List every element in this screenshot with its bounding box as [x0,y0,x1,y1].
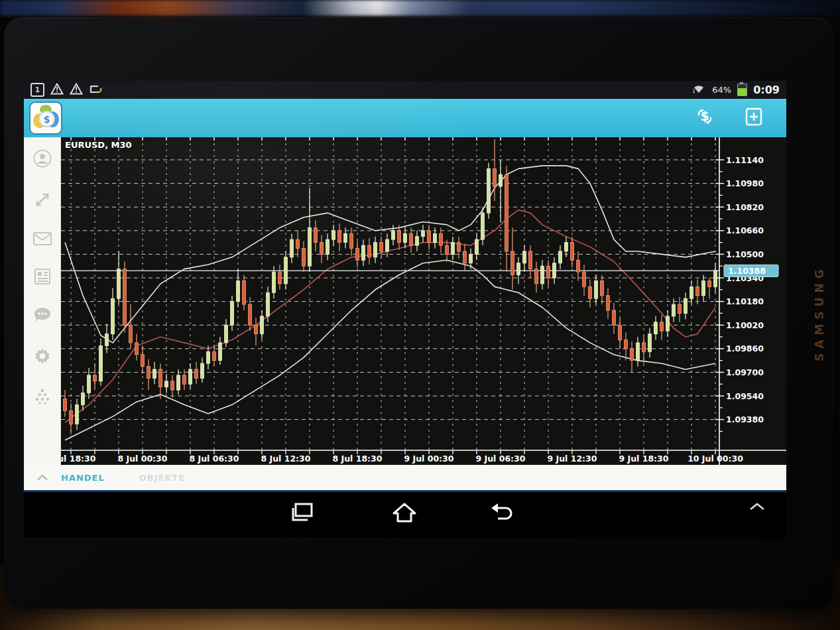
sidebar [24,137,61,465]
candlestick-chart-canvas[interactable]: 1.111401.109801.108201.106601.105001.103… [61,137,786,465]
svg-text:1.10820: 1.10820 [726,202,764,212]
back-button[interactable] [487,501,514,525]
new-order-icon[interactable] [745,107,762,129]
svg-text:8 Jul 06:30: 8 Jul 06:30 [189,454,239,464]
sidebar-item-community[interactable] [32,387,53,408]
tablet-screen: 1 64% 0:09 [24,81,786,537]
price-chart[interactable]: 1.111401.109801.108201.106601.105001.103… [61,137,786,465]
sync-icon[interactable] [89,83,103,97]
recents-button[interactable] [289,501,314,527]
tab-objekte[interactable]: OBJEKTE [139,473,186,483]
svg-text:9 Jul 12:30: 9 Jul 12:30 [547,454,597,464]
sidebar-item-accounts[interactable] [32,148,53,172]
status-bar: 1 64% 0:09 [24,81,786,99]
svg-text:8 Jul 18:30: 8 Jul 18:30 [332,454,382,464]
svg-text:1.10388: 1.10388 [728,266,766,276]
navbar-collapse-chevron-icon[interactable] [749,501,766,514]
svg-text:1.10500: 1.10500 [726,249,764,259]
sidebar-item-settings[interactable] [32,346,53,369]
svg-text:1.09700: 1.09700 [726,367,764,377]
main-content: 1.111401.109801.108201.106601.105001.103… [24,137,786,465]
tab-handel[interactable]: HANDEL [61,473,105,483]
sidebar-item-news[interactable] [32,267,52,288]
warning-icon[interactable] [70,83,83,97]
bottom-panel: HANDEL OBJEKTE [24,465,786,490]
home-button[interactable] [391,501,418,527]
app-toolbar: $ $ [24,99,786,137]
samsung-logo: SAMSUNG [813,265,826,361]
svg-text:1.09380: 1.09380 [726,414,764,424]
svg-text:1.10180: 1.10180 [726,296,764,306]
sidebar-item-mail[interactable] [32,230,53,250]
background-monitor [0,0,840,16]
svg-text:1.10660: 1.10660 [726,225,764,235]
clock: 0:09 [753,84,780,96]
sidebar-item-chat[interactable] [32,306,53,328]
svg-text:1.09540: 1.09540 [726,391,764,401]
android-nav-bar [24,492,786,536]
svg-text:7 Jul 18:30: 7 Jul 18:30 [61,454,96,464]
svg-text:9 Jul 18:30: 9 Jul 18:30 [619,454,668,464]
svg-text:9 Jul 00:30: 9 Jul 00:30 [404,454,453,464]
svg-text:1.10980: 1.10980 [726,178,764,188]
warning-icon[interactable] [50,83,64,97]
battery-percent-label: 64% [712,85,731,95]
logo-dollar-lens: $ [38,111,55,127]
svg-text:10 Jul 00:30: 10 Jul 00:30 [688,454,743,464]
svg-text:9 Jul 06:30: 9 Jul 06:30 [475,454,525,464]
metatrader-app-icon[interactable]: $ [29,101,62,135]
svg-text:8 Jul 00:30: 8 Jul 00:30 [117,454,167,464]
notification-count-icon[interactable]: 1 [30,83,44,97]
instruments-dollar-icon[interactable]: $ [695,107,715,129]
photo-scene: SAMSUNG 1 [0,0,840,630]
sidebar-item-trade[interactable] [32,189,53,213]
wifi-icon[interactable] [691,83,706,97]
tablet-device: SAMSUNG 1 [4,17,834,609]
battery-icon [737,84,747,96]
svg-text:1.10020: 1.10020 [726,320,764,330]
svg-text:1.11140: 1.11140 [726,155,764,165]
svg-text:EURUSD, M30: EURUSD, M30 [65,140,132,150]
svg-text:1.09860: 1.09860 [726,344,764,353]
svg-text:8 Jul 12:30: 8 Jul 12:30 [261,454,310,464]
panel-expand-chevron-icon[interactable] [24,473,61,481]
